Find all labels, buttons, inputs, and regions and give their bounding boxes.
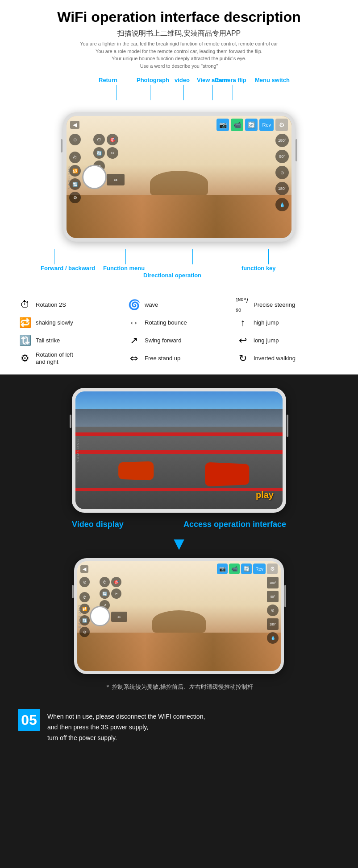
label-photograph: Photograph: [137, 77, 169, 83]
legend-item-high-jump: ↑ high jump: [236, 316, 340, 330]
free-stand-icon: ⇔: [127, 351, 141, 366]
car-left: [118, 461, 154, 481]
high-jump-label: high jump: [254, 319, 279, 326]
access-label: Access operation interface: [183, 520, 286, 529]
label-function-menu: Function menu: [103, 265, 145, 272]
legend-item-swing-forward: ↗ Swing forward: [127, 333, 231, 348]
legend-item-rotating-bounce: ↔ Rotating bounce: [127, 316, 231, 330]
tail-strike-icon: 🔃: [18, 333, 32, 348]
shaking-icon: 🔁: [18, 316, 32, 330]
label-forward-backward: Forward / backward: [41, 265, 95, 272]
flip-icon-btn[interactable]: 🔄: [245, 119, 258, 131]
long-jump-label: long jump: [254, 337, 279, 344]
phone-mockup-3: ◀ 📷 📹 🔄 Rev ⚙ ⊙ ⏱ 🔁: [74, 558, 284, 674]
long-jump-icon: ↩: [236, 333, 250, 348]
chinese-subtitle: 扫描说明书上二维码,安装商品专用APP: [18, 29, 340, 38]
free-stand-label: Free stand up: [145, 355, 180, 362]
tail-strike-label: Tail strike: [36, 337, 60, 344]
precise-steering-label: Precise steering: [254, 301, 295, 309]
video-icon-btn[interactable]: 📹: [231, 119, 243, 131]
dark-section-video: play SAMSUNG Video display Access operat…: [0, 374, 358, 704]
wave-label: wave: [145, 301, 158, 309]
legend-item-tail-strike: 🔃 Tail strike: [18, 333, 122, 348]
legend-item-precise-steering: ¹⁸⁰°/₉₀ Precise steering: [236, 298, 340, 312]
main-title: WiFi operation interface description: [18, 9, 340, 25]
step-number: 05: [21, 712, 37, 728]
car-right: [205, 462, 249, 487]
warning-text: When not in use, please disconnect the W…: [47, 709, 205, 743]
samsung-label: SAMSUNG: [67, 165, 71, 189]
precise-steering-icon: ¹⁸⁰°/₉₀: [236, 298, 250, 312]
phone-mockup-2: play SAMSUNG: [72, 388, 286, 513]
phone-left-controls: ⊙ ⏱ 🔁 🔃 ⚙: [69, 134, 81, 234]
legend-item-wave: 🌀 wave: [127, 298, 231, 312]
phone-right-controls: 180° 90° ⊙ 180° 💧: [275, 134, 289, 234]
rotating-bounce-label: Rotating bounce: [145, 319, 187, 326]
label-return: Return: [99, 77, 117, 83]
camera-icon-btn[interactable]: 📷: [216, 119, 229, 131]
legend-item-long-jump: ↩ long jump: [236, 333, 340, 348]
label-video: video: [175, 77, 190, 83]
rotation2s-icon: ⏱: [18, 298, 32, 312]
top-section: WiFi operation interface description 扫描说…: [0, 0, 358, 293]
icons-legend-section: ⏱ Rotation 2S 🌀 wave ¹⁸⁰°/₉₀ Precise ste…: [0, 293, 358, 374]
video-display-label: Video display: [72, 520, 124, 529]
inverted-walking-label: Inverted walking: [254, 355, 296, 362]
settings-icon-btn[interactable]: ⚙: [275, 119, 288, 131]
label-function-key: function key: [241, 265, 276, 272]
label-camera-flip: Camera flip: [215, 77, 246, 83]
rotation-lr-icon: ⚙: [18, 351, 32, 366]
rotating-bounce-icon: ↔: [127, 316, 141, 330]
phone-ui-top-bar: ◀ 📷 📹 🔄 Rev ⚙: [67, 116, 291, 134]
legend-item-shaking: 🔁 shaking slowly: [18, 316, 122, 330]
bottom-warning: 05 When not in use, please disconnect th…: [0, 704, 358, 752]
shaking-label: shaking slowly: [36, 319, 73, 326]
label-directional: Directional operation: [143, 272, 201, 279]
swing-forward-icon: ↗: [127, 333, 141, 348]
samsung-label-2: SAMSUNG: [76, 438, 80, 462]
phone-mockup-1: ◀ 📷 📹 🔄 Rev ⚙ ⊙ ⏱ 🔁: [63, 112, 295, 242]
high-jump-icon: ↑: [236, 316, 250, 330]
legend-item-rotation2s: ⏱ Rotation 2S: [18, 298, 122, 312]
wave-icon: 🌀: [127, 298, 141, 312]
rotation2s-label: Rotation 2S: [36, 301, 66, 309]
shutter-button[interactable]: [82, 165, 107, 189]
play-text: play: [256, 490, 274, 500]
arrow-down: ▼: [18, 534, 340, 554]
legend-item-free-stand: ⇔ Free stand up: [127, 351, 231, 366]
description-text: You are a fighter in the car, led the br…: [18, 40, 340, 70]
inverted-walking-icon: ↻: [236, 351, 250, 366]
swing-forward-label: Swing forward: [145, 337, 181, 344]
bottom-note: ＊ 控制系统较为灵敏,操控前后、左右时请缓慢推动控制杆: [18, 683, 340, 691]
legend-grid: ⏱ Rotation 2S 🌀 wave ¹⁸⁰°/₉₀ Precise ste…: [18, 298, 340, 366]
legend-item-inverted-walking: ↻ Inverted walking: [236, 351, 340, 366]
samsung-label-3: SAMSUNG: [78, 604, 82, 628]
legend-item-rotation-lr: ⚙ Rotation of leftand right: [18, 351, 122, 366]
rotation-lr-label: Rotation of leftand right: [36, 351, 73, 365]
label-menu-switch: Menu switch: [255, 77, 290, 83]
